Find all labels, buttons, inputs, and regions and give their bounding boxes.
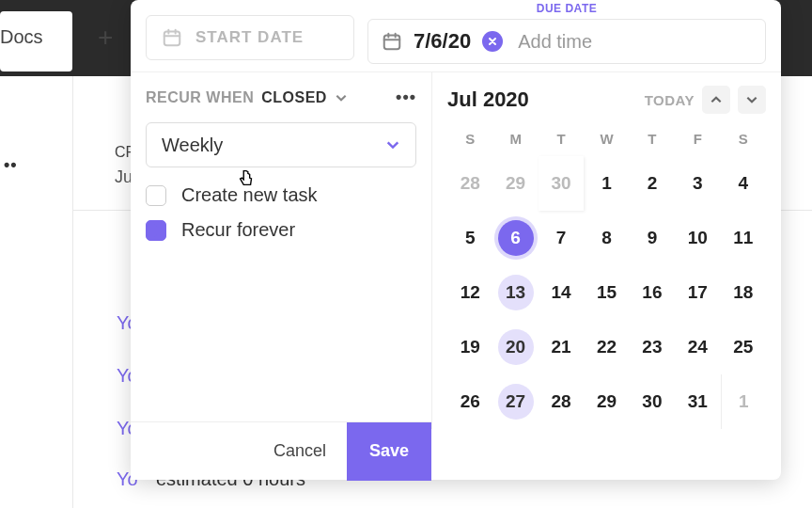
calendar-day[interactable]: 13 xyxy=(492,265,538,320)
due-date-wrap: DUE DATE 7/6/20 Add time xyxy=(367,15,766,64)
next-month-button[interactable] xyxy=(738,86,766,114)
bg-more-icon[interactable]: •• xyxy=(4,155,18,175)
calendar-day[interactable]: 23 xyxy=(630,320,675,374)
svg-rect-0 xyxy=(164,32,180,46)
calendar-day[interactable]: 1 xyxy=(721,374,766,429)
calendar-day[interactable]: 28 xyxy=(447,156,492,211)
calendar-day[interactable]: 30 xyxy=(630,374,675,429)
calendar-day[interactable]: 28 xyxy=(539,374,584,429)
calendar-day[interactable]: 21 xyxy=(539,320,584,374)
calendar-header: Jul 2020 TODAY xyxy=(447,86,766,114)
frequency-value: Weekly xyxy=(162,135,223,156)
modal-body: RECUR WHEN CLOSED ••• Weekly Create new … xyxy=(131,71,781,429)
calendar-day[interactable]: 31 xyxy=(675,374,720,429)
chevron-down-icon xyxy=(745,93,758,106)
calendar-day[interactable]: 26 xyxy=(447,374,492,429)
more-options-button[interactable]: ••• xyxy=(396,87,416,107)
calendar-day[interactable]: 22 xyxy=(584,320,629,374)
calendar-day[interactable]: 19 xyxy=(447,320,492,374)
checkbox-unchecked-icon xyxy=(146,185,166,206)
modal-header: START DATE DUE DATE 7/6/20 Add time xyxy=(131,0,781,71)
calendar-day[interactable]: 27 xyxy=(492,374,538,429)
due-date-heading: DUE DATE xyxy=(367,2,766,15)
chevron-down-icon xyxy=(335,91,348,104)
start-date-button[interactable]: START DATE xyxy=(146,15,354,60)
date-picker-modal: START DATE DUE DATE 7/6/20 Add time RECU… xyxy=(131,0,781,480)
calendar-day[interactable]: 7 xyxy=(539,211,584,265)
close-icon xyxy=(487,36,498,47)
calendar-day[interactable]: 6 xyxy=(492,211,538,265)
recur-trigger-dropdown[interactable]: RECUR WHEN CLOSED xyxy=(146,89,348,106)
calendar-dow: F xyxy=(675,125,720,156)
bg-divider xyxy=(72,76,73,508)
calendar-day[interactable]: 4 xyxy=(721,156,766,211)
docs-tab[interactable]: Docs xyxy=(0,26,43,48)
save-button[interactable]: Save xyxy=(347,422,431,481)
calendar-day[interactable]: 1 xyxy=(584,156,629,211)
cancel-button[interactable]: Cancel xyxy=(253,441,347,461)
calendar-dow: T xyxy=(539,125,584,156)
calendar-dow: S xyxy=(447,125,492,156)
calendar-nav: TODAY xyxy=(645,86,766,114)
calendar-day[interactable]: 29 xyxy=(584,374,629,429)
calendar-grid: SMTWTFS282930123456789101112131415161718… xyxy=(447,125,766,429)
calendar-day[interactable]: 8 xyxy=(584,211,629,265)
recur-forever-checkbox[interactable]: Recur forever xyxy=(146,219,416,241)
create-new-task-checkbox[interactable]: Create new task xyxy=(146,184,416,206)
add-time-button[interactable]: Add time xyxy=(518,31,592,53)
checkbox-label: Recur forever xyxy=(181,219,295,241)
due-date-button[interactable]: 7/6/20 Add time xyxy=(367,19,766,64)
recur-panel: RECUR WHEN CLOSED ••• Weekly Create new … xyxy=(131,71,431,429)
start-date-label: START DATE xyxy=(195,28,304,47)
checkbox-checked-icon xyxy=(146,220,166,241)
calendar-day[interactable]: 24 xyxy=(675,320,720,374)
recur-header: RECUR WHEN CLOSED ••• xyxy=(146,87,416,107)
calendar-month-label: Jul 2020 xyxy=(447,87,529,112)
calendar-day[interactable]: 16 xyxy=(630,265,675,320)
calendar-day[interactable]: 29 xyxy=(492,156,538,211)
calendar-day[interactable]: 30 xyxy=(539,156,584,211)
chevron-up-icon xyxy=(710,93,723,106)
calendar-dow: M xyxy=(492,125,538,156)
calendar-day[interactable]: 9 xyxy=(630,211,675,265)
calendar-day[interactable]: 14 xyxy=(539,265,584,320)
calendar-day[interactable]: 5 xyxy=(447,211,492,265)
calendar-dow: W xyxy=(584,125,629,156)
calendar-day[interactable]: 3 xyxy=(675,156,720,211)
calendar-day[interactable]: 11 xyxy=(721,211,766,265)
add-icon[interactable]: + xyxy=(98,23,113,53)
frequency-select[interactable]: Weekly xyxy=(146,122,416,167)
checkbox-label: Create new task xyxy=(181,184,318,206)
calendar-day[interactable]: 2 xyxy=(630,156,675,211)
calendar-dow: S xyxy=(721,125,766,156)
calendar-icon xyxy=(382,31,402,52)
due-date-value: 7/6/20 xyxy=(414,29,471,54)
chevron-down-icon xyxy=(385,137,400,152)
calendar-day[interactable]: 20 xyxy=(492,320,538,374)
modal-footer: Cancel Save xyxy=(131,421,431,480)
calendar-day[interactable]: 17 xyxy=(675,265,720,320)
calendar-day[interactable]: 18 xyxy=(721,265,766,320)
svg-rect-1 xyxy=(384,36,400,50)
calendar-dow: T xyxy=(630,125,675,156)
calendar-day[interactable]: 10 xyxy=(675,211,720,265)
today-button[interactable]: TODAY xyxy=(645,92,695,108)
calendar-day[interactable]: 25 xyxy=(721,320,766,374)
calendar-icon xyxy=(162,27,182,48)
clear-due-date-button[interactable] xyxy=(482,31,503,52)
calendar-panel: Jul 2020 TODAY SMTWTFS282930123456789101… xyxy=(431,71,781,429)
recur-when-label: RECUR WHEN xyxy=(146,89,254,106)
recur-status: CLOSED xyxy=(261,89,327,106)
prev-month-button[interactable] xyxy=(702,86,730,114)
calendar-day[interactable]: 12 xyxy=(447,265,492,320)
calendar-day[interactable]: 15 xyxy=(584,265,629,320)
